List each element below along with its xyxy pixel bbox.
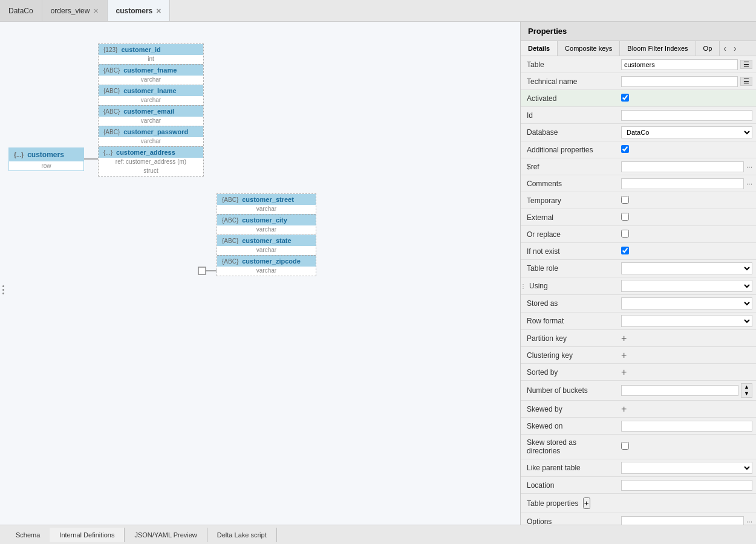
prop-number-buckets-up[interactable]: ▲ [741, 384, 752, 390]
prop-sorted-by-add[interactable]: + [621, 367, 627, 378]
field-customer-fname-name: customer_fname [123, 66, 177, 74]
prop-additional-props-checkbox[interactable] [621, 145, 629, 153]
prop-number-buckets-input[interactable] [621, 385, 738, 396]
prop-clustering-key-add[interactable]: + [621, 350, 627, 361]
prop-comments-row: Comments ··· [521, 175, 756, 192]
prop-sorted-by-row: Sorted by + [521, 364, 756, 381]
prop-external-checkbox[interactable] [621, 213, 629, 221]
prop-database-select[interactable]: DataCo [621, 126, 752, 138]
canvas[interactable]: {...} customers row {123} customer_id in… [0, 22, 520, 525]
bottom-tab-internal-definitions[interactable]: Internal Definitions [50, 528, 125, 542]
tabs-bar: DataCo orders_view × customers × [0, 0, 756, 22]
field-customer-address-type: struct [99, 167, 203, 176]
prop-skew-stored-label: Skew stored as directories [521, 436, 618, 458]
prop-activated-checkbox[interactable] [621, 94, 629, 102]
prop-external-label: External [521, 211, 618, 224]
prop-or-replace-checkbox[interactable] [621, 230, 629, 238]
prop-sorted-by-label: Sorted by [521, 366, 618, 379]
address-struct-entity[interactable]: {ABC} customer_street varchar {ABC} cust… [217, 193, 316, 276]
field-customer-password-header: {ABC} customer_password [99, 126, 203, 137]
tab-orders-view-label: orders_view [51, 7, 90, 15]
props-tab-prev[interactable]: ‹ [720, 44, 730, 53]
tab-dataco[interactable]: DataCo [0, 0, 42, 21]
props-tab-next[interactable]: › [730, 44, 740, 53]
prop-number-buckets-row: Number of buckets ▲ ▼ [521, 381, 756, 401]
prop-skewed-by-add[interactable]: + [621, 404, 627, 415]
prop-options-dots-icon[interactable]: ··· [746, 517, 752, 525]
bottom-tab-schema[interactable]: Schema [6, 528, 50, 542]
field-customer-state-name: customer_state [242, 237, 291, 244]
prop-if-not-exist-checkbox[interactable] [621, 247, 629, 254]
prop-skewed-on-input[interactable] [621, 421, 752, 432]
prop-database-label: Database [521, 126, 618, 139]
prop-temporary-checkbox[interactable] [621, 196, 629, 204]
bottom-tab-delta-lake[interactable]: Delta Lake script [207, 528, 277, 542]
prop-technical-name-input[interactable] [621, 76, 738, 87]
tab-orders-view-close[interactable]: × [93, 6, 98, 16]
prop-table-properties-add[interactable]: + [583, 497, 590, 509]
prop-location-row: Location [521, 477, 756, 494]
prop-partition-key-label: Partition key [521, 332, 618, 345]
field-customer-address-header: {...} customer_address [99, 146, 203, 158]
props-tab-op[interactable]: Op [696, 41, 720, 56]
tab-orders-view[interactable]: orders_view × [42, 0, 108, 21]
prop-skewed-by-label: Skewed by [521, 403, 618, 416]
prop-using-select[interactable] [621, 280, 752, 292]
field-customer-lname-name: customer_lname [123, 87, 176, 94]
main-area: {...} customers row {123} customer_id in… [0, 22, 756, 525]
prop-skewed-by-value: + [618, 403, 756, 416]
customers-node-type: {...} [14, 152, 24, 158]
canvas-drag-handle[interactable] [0, 282, 6, 298]
prop-number-buckets-down[interactable]: ▼ [741, 390, 752, 397]
prop-id-value [618, 109, 756, 122]
prop-id-input[interactable] [621, 110, 752, 121]
prop-like-parent-select[interactable] [621, 462, 752, 474]
prop-table-row: Table ☰ [521, 56, 756, 73]
field-customer-password-type: varchar [99, 137, 203, 146]
field-customer-city-type: varchar [217, 225, 316, 235]
prop-row-format-select[interactable] [621, 315, 752, 327]
field-customer-state-header: {ABC} customer_state [217, 235, 316, 246]
prop-like-parent-label: Like parent table [521, 461, 618, 474]
prop-partition-key-row: Partition key + [521, 330, 756, 347]
main-table-entity[interactable]: {123} customer_id int {ABC} customer_fna… [98, 44, 204, 176]
props-tab-details[interactable]: Details [521, 41, 558, 56]
prop-table-role-select[interactable] [621, 262, 752, 274]
field-customer-email-header: {ABC} customer_email [99, 105, 203, 117]
prop-table-list-icon[interactable]: ☰ [740, 60, 752, 69]
prop-technical-name-list-icon[interactable]: ☰ [740, 77, 752, 86]
prop-options-input[interactable] [621, 516, 744, 525]
prop-partition-key-add[interactable]: + [621, 333, 627, 344]
prop-skewed-by-row: Skewed by + [521, 401, 756, 418]
prop-comments-dots-icon[interactable]: ··· [746, 180, 752, 188]
tab-customers[interactable]: customers × [108, 0, 171, 21]
prop-table-input[interactable] [621, 59, 738, 70]
field-customer-lname-header: {ABC} customer_lname [99, 85, 203, 96]
prop-comments-input[interactable] [621, 178, 744, 189]
prop-options-row: Options ··· [521, 513, 756, 525]
field-customer-street-type: varchar [217, 205, 316, 214]
prop-external-value [618, 212, 756, 224]
customers-node-subtext: row [9, 161, 83, 170]
prop-external-row: External [521, 209, 756, 226]
prop-partition-key-value: + [618, 332, 756, 345]
prop-stored-as-row: Stored as [521, 295, 756, 312]
bottom-tab-json-yaml[interactable]: JSON/YAML Preview [125, 528, 207, 542]
prop-sref-input[interactable] [621, 161, 744, 172]
using-drag-handle[interactable]: ⋮ [521, 277, 526, 294]
customers-node[interactable]: {...} customers row [8, 147, 84, 171]
prop-skewed-on-value [618, 419, 756, 433]
prop-sref-dots-icon[interactable]: ··· [746, 163, 752, 171]
prop-skew-stored-checkbox[interactable] [621, 442, 629, 450]
props-tab-bloom[interactable]: Bloom Filter Indexes [620, 41, 696, 56]
tab-customers-close[interactable]: × [156, 6, 161, 16]
props-tab-composite[interactable]: Composite keys [558, 41, 620, 56]
prop-table-role-label: Table role [521, 262, 618, 275]
prop-options-label: Options [521, 515, 618, 525]
prop-skew-stored-value [618, 441, 756, 453]
prop-stored-as-select[interactable] [621, 297, 752, 309]
prop-location-input[interactable] [621, 480, 752, 491]
properties-tabs: Details Composite keys Bloom Filter Inde… [521, 41, 756, 56]
properties-body: Table ☰ Technical name ☰ [521, 56, 756, 525]
field-customer-id-name: customer_id [121, 46, 160, 53]
